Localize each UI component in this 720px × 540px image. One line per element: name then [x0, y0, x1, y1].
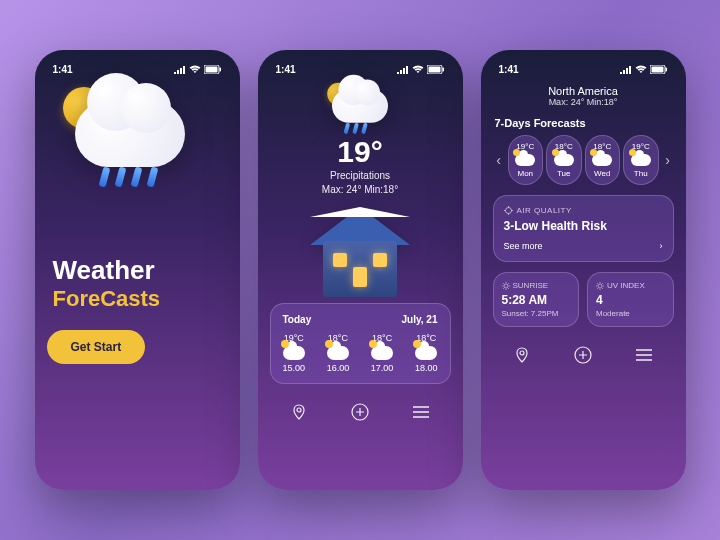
add-icon[interactable] — [350, 402, 370, 422]
today-screen: 1:41 19° Precipitations Max: 24° Min:18°… — [258, 50, 463, 490]
bottom-nav — [270, 394, 451, 422]
signal-icon — [620, 66, 632, 74]
chevron-right-icon[interactable]: › — [662, 152, 674, 168]
aq-value: 3-Low Health Risk — [504, 219, 663, 233]
svg-rect-17 — [626, 68, 628, 74]
wifi-icon — [635, 65, 647, 74]
location-name: North America — [493, 85, 674, 97]
bottom-nav — [493, 337, 674, 365]
battery-icon — [427, 65, 445, 74]
battery-icon — [650, 65, 668, 74]
maxmin-label: Max: 24° Min:18° — [322, 183, 398, 197]
cloud-icon — [415, 346, 437, 360]
cloud-icon — [371, 346, 393, 360]
wifi-icon — [412, 65, 424, 74]
add-icon[interactable] — [573, 345, 593, 365]
day-name: Wed — [594, 169, 610, 178]
svg-rect-20 — [651, 67, 663, 73]
forecast-screen: 1:41 North America Max: 24° Min:18° 7-Da… — [481, 50, 686, 490]
title-line1: Weather — [53, 255, 228, 286]
signal-icon — [397, 66, 409, 74]
hour-item[interactable]: 18°C17.00 — [371, 333, 394, 373]
cloud-icon — [283, 346, 305, 360]
svg-rect-6 — [219, 68, 221, 72]
cloud-icon — [515, 154, 535, 166]
wifi-icon — [189, 65, 201, 74]
uv-level: Moderate — [596, 309, 665, 318]
weather-icon — [332, 89, 388, 123]
precip-label: Precipitations — [322, 169, 398, 183]
crosshair-icon — [504, 206, 513, 215]
cloud-icon — [631, 154, 651, 166]
hourly-forecast[interactable]: 19°C15.00 18°C16.00 18°C17.00 18°C18.00 — [283, 333, 438, 373]
forecast-title: 7-Days Forecasts — [495, 117, 674, 129]
menu-icon[interactable] — [636, 349, 652, 361]
status-time: 1:41 — [499, 64, 519, 75]
status-bar: 1:41 — [47, 62, 228, 83]
uv-card[interactable]: UV INDEX 4 Moderate — [587, 272, 674, 327]
uv-value: 4 — [596, 293, 665, 307]
day-chip[interactable]: 18°CTue — [546, 135, 582, 185]
chevron-left-icon[interactable]: ‹ — [493, 152, 505, 168]
see-more-text: See more — [504, 241, 543, 251]
svg-rect-16 — [623, 70, 625, 74]
status-time: 1:41 — [53, 64, 73, 75]
today-card: Today July, 21 19°C15.00 18°C16.00 18°C1… — [270, 303, 451, 384]
hour-item[interactable]: 19°C15.00 — [283, 333, 306, 373]
svg-rect-12 — [428, 67, 440, 73]
day-chip[interactable]: 18°CWed — [585, 135, 621, 185]
signal-icon — [174, 66, 186, 74]
see-more-link[interactable]: See more › — [504, 241, 663, 251]
day-name: Thu — [634, 169, 648, 178]
location-maxmin: Max: 24° Min:18° — [493, 97, 674, 107]
status-icons — [620, 65, 668, 74]
status-icons — [174, 65, 222, 74]
hour-item[interactable]: 18°C18.00 — [415, 333, 438, 373]
svg-rect-13 — [442, 68, 444, 72]
onboarding-screen: 1:41 Weather ForeCasts Get Start — [35, 50, 240, 490]
svg-rect-9 — [403, 68, 405, 74]
svg-rect-8 — [400, 70, 402, 74]
svg-point-24 — [598, 284, 602, 288]
get-start-button[interactable]: Get Start — [47, 330, 146, 364]
svg-point-22 — [505, 208, 511, 214]
day-chip[interactable]: 19°CThu — [623, 135, 659, 185]
cloud-icon — [554, 154, 574, 166]
cloud-icon — [327, 346, 349, 360]
days-row: ‹ 19°CMon 18°CTue 18°CWed 19°CThu › — [493, 135, 674, 185]
svg-rect-7 — [397, 72, 399, 74]
day-name: Tue — [557, 169, 571, 178]
svg-rect-2 — [180, 68, 182, 74]
status-time: 1:41 — [276, 64, 296, 75]
menu-icon[interactable] — [413, 406, 429, 418]
house-illustration — [295, 207, 425, 297]
sunrise-card[interactable]: SUNRISE 5:28 AM Sunset: 7.25PM — [493, 272, 580, 327]
svg-rect-0 — [174, 72, 176, 74]
svg-rect-5 — [205, 67, 217, 73]
location-icon[interactable] — [291, 404, 307, 420]
weather-hero-icon — [75, 101, 228, 167]
title-line2: ForeCasts — [53, 286, 228, 312]
svg-rect-10 — [406, 66, 408, 74]
location-icon[interactable] — [514, 347, 530, 363]
hour-time: 16.00 — [327, 363, 350, 373]
uv-label: UV INDEX — [607, 281, 645, 290]
day-name: Mon — [517, 169, 533, 178]
current-temp: 19° — [337, 135, 382, 169]
air-quality-card[interactable]: AIR QUALITY 3-Low Health Risk See more › — [493, 195, 674, 262]
aq-label-text: AIR QUALITY — [517, 206, 572, 215]
svg-rect-1 — [177, 70, 179, 74]
svg-point-23 — [504, 284, 508, 288]
hour-time: 15.00 — [283, 363, 306, 373]
hour-item[interactable]: 18°C16.00 — [327, 333, 350, 373]
sun-icon — [502, 282, 510, 290]
chevron-right-icon: › — [660, 241, 663, 251]
sunrise-label: SUNRISE — [513, 281, 549, 290]
hour-time: 18.00 — [415, 363, 438, 373]
battery-icon — [204, 65, 222, 74]
day-chip[interactable]: 19°CMon — [508, 135, 544, 185]
sunrise-value: 5:28 AM — [502, 293, 571, 307]
svg-rect-18 — [629, 66, 631, 74]
svg-rect-21 — [665, 68, 667, 72]
sunset-value: Sunset: 7.25PM — [502, 309, 571, 318]
